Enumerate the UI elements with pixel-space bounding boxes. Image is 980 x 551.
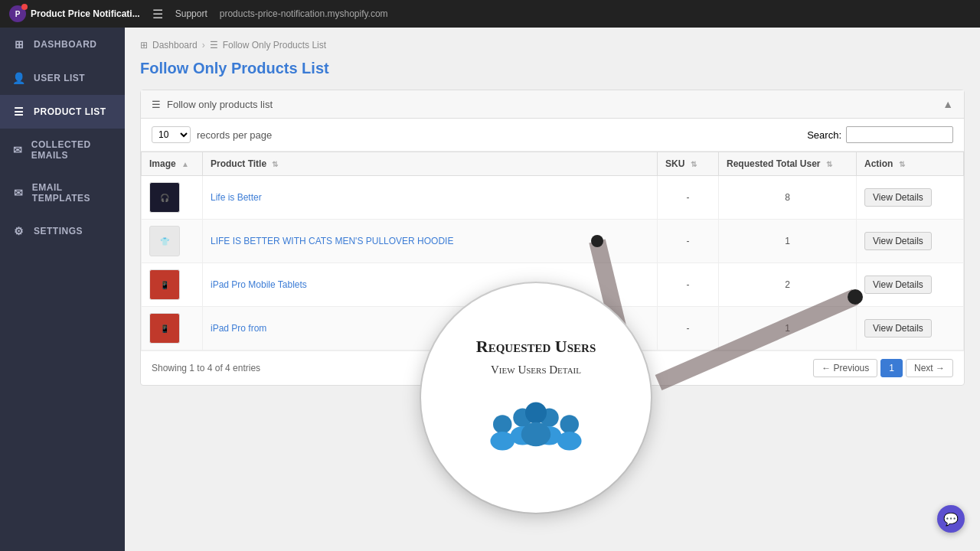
pagination: ← Previous 1 Next → — [813, 359, 953, 377]
col-action[interactable]: Action ⇅ — [857, 152, 964, 176]
app-name: Product Price Notificati... — [31, 8, 140, 19]
product-title-link[interactable]: iPad Pro from — [211, 323, 266, 334]
cell-product-title: iPad Pro from — [203, 307, 658, 350]
pagination-row: Showing 1 to 4 of 4 entries ← Previous 1… — [141, 350, 964, 385]
collected-emails-icon: ✉ — [12, 144, 24, 156]
cell-action: View Details — [857, 176, 964, 220]
sidebar-item-email-templates[interactable]: ✉ EMAIL TEMPLATES — [0, 171, 125, 214]
sidebar-item-collected-emails[interactable]: ✉ COLLECTED EMAILS — [0, 129, 125, 171]
topbar: P Product Price Notificati... ☰ Support … — [0, 0, 980, 28]
cell-image: 👕 — [142, 220, 203, 263]
chat-icon: 💬 — [943, 512, 959, 527]
next-button[interactable]: Next → — [906, 359, 953, 377]
cell-product-title: LIFE IS BETTER WITH CATS MEN'S PULLOVER … — [203, 220, 658, 263]
col-image[interactable]: Image ▲ — [142, 152, 203, 176]
records-select[interactable]: 10 25 50 100 — [152, 126, 191, 143]
sidebar-item-product-list[interactable]: ☰ PRODUCT LIST — [0, 95, 125, 129]
card-collapse-button[interactable]: ▲ — [942, 98, 953, 110]
controls-row: 10 25 50 100 records per page Search: — [141, 119, 964, 152]
cell-sku: - — [658, 307, 719, 350]
col-product-title[interactable]: Product Title ⇅ — [203, 152, 658, 176]
records-label: records per page — [197, 129, 272, 141]
card-header-label: Follow only products list — [167, 99, 273, 110]
breadcrumb-list-icon: ☰ — [210, 40, 218, 51]
menu-icon[interactable]: ☰ — [152, 7, 163, 21]
showing-text: Showing 1 to 4 of 4 entries — [152, 363, 260, 373]
cell-action: View Details — [857, 307, 964, 350]
sidebar-label-user-list: USER LIST — [34, 73, 85, 83]
products-card: ☰ Follow only products list ▲ 10 25 50 1… — [140, 90, 965, 386]
sidebar-label-settings: SETTINGS — [34, 226, 83, 236]
card-header-icon: ☰ — [152, 99, 161, 110]
records-per-page: 10 25 50 100 records per page — [152, 126, 272, 143]
sidebar-label-collected-emails: COLLECTED EMAILS — [31, 139, 113, 161]
product-image: 🎧 — [149, 182, 180, 213]
email-templates-icon: ✉ — [12, 187, 24, 199]
user-list-icon: 👤 — [12, 72, 26, 84]
table-row: 📱iPad Pro from-1View Details — [142, 307, 964, 350]
table-header-row: Image ▲ Product Title ⇅ SKU ⇅ Requeste — [142, 152, 964, 176]
cell-image: 📱 — [142, 307, 203, 350]
sidebar-item-user-list[interactable]: 👤 USER LIST — [0, 61, 125, 95]
support-link[interactable]: Support — [175, 8, 207, 19]
cell-requested-total-user: 1 — [719, 307, 857, 350]
table-row: 📱iPad Pro Mobile Tablets-2View Details — [142, 263, 964, 307]
cell-action: View Details — [857, 220, 964, 263]
table-body: 🎧Life is Better-8View Details👕LIFE IS BE… — [142, 176, 964, 350]
sort-icon-title: ⇅ — [272, 160, 278, 168]
cell-product-title: Life is Better — [203, 176, 658, 220]
sidebar-item-settings[interactable]: ⚙ SETTINGS — [0, 214, 125, 248]
table-row: 🎧Life is Better-8View Details — [142, 176, 964, 220]
view-details-button[interactable]: View Details — [864, 232, 932, 250]
store-url: products-price-notification.myshopify.co… — [220, 8, 388, 19]
content-area: ⊞ Dashboard › ☰ Follow Only Products Lis… — [125, 28, 980, 551]
cell-requested-total-user: 8 — [719, 176, 857, 220]
search-box: Search: — [807, 126, 953, 143]
product-title-link[interactable]: iPad Pro Mobile Tablets — [211, 279, 307, 290]
cell-product-title: iPad Pro Mobile Tablets — [203, 263, 658, 307]
sort-icon-image: ▲ — [181, 160, 189, 168]
sidebar: ⊞ DASHBOARD 👤 USER LIST ☰ PRODUCT LIST ✉… — [0, 28, 125, 551]
breadcrumb-home-icon: ⊞ — [140, 40, 148, 51]
cell-action: View Details — [857, 263, 964, 307]
page-1-button[interactable]: 1 — [880, 359, 903, 377]
product-title-link[interactable]: Life is Better — [211, 192, 262, 203]
cell-image: 🎧 — [142, 176, 203, 220]
sidebar-label-email-templates: EMAIL TEMPLATES — [32, 182, 113, 204]
card-header: ☰ Follow only products list ▲ — [141, 90, 964, 119]
product-image: 👕 — [149, 226, 180, 256]
view-details-button[interactable]: View Details — [864, 188, 932, 207]
app-logo: P Product Price Notificati... — [9, 5, 140, 22]
cell-sku: - — [658, 220, 719, 263]
sort-icon-total-user: ⇅ — [826, 160, 832, 168]
product-list-icon: ☰ — [12, 106, 26, 118]
view-details-button[interactable]: View Details — [864, 276, 932, 294]
breadcrumb-home-link[interactable]: Dashboard — [152, 40, 198, 51]
cell-requested-total-user: 1 — [719, 220, 857, 263]
prev-button[interactable]: ← Previous — [813, 359, 877, 377]
sidebar-label-dashboard: DASHBOARD — [34, 39, 97, 50]
main-layout: ⊞ DASHBOARD 👤 USER LIST ☰ PRODUCT LIST ✉… — [0, 28, 980, 551]
col-sku[interactable]: SKU ⇅ — [658, 152, 719, 176]
card-header-left: ☰ Follow only products list — [152, 99, 273, 110]
page-title: Follow Only Products List — [140, 60, 965, 77]
cell-requested-total-user: 2 — [719, 263, 857, 307]
settings-icon: ⚙ — [12, 225, 26, 237]
product-title-link[interactable]: LIFE IS BETTER WITH CATS MEN'S PULLOVER … — [211, 236, 453, 246]
cell-sku: - — [658, 176, 719, 220]
sidebar-item-dashboard[interactable]: ⊞ DASHBOARD — [0, 28, 125, 61]
search-label: Search: — [807, 129, 841, 141]
cell-image: 📱 — [142, 263, 203, 307]
logo-icon: P — [9, 5, 26, 22]
products-table: Image ▲ Product Title ⇅ SKU ⇅ Requeste — [141, 152, 964, 350]
sort-icon-action: ⇅ — [899, 160, 905, 168]
search-input[interactable] — [846, 126, 953, 143]
product-image: 📱 — [149, 269, 180, 300]
breadcrumb-current: Follow Only Products List — [223, 40, 326, 51]
chat-widget[interactable]: 💬 — [937, 505, 965, 533]
product-image: 📱 — [149, 313, 180, 344]
sidebar-label-product-list: PRODUCT LIST — [34, 106, 106, 117]
col-requested-total-user[interactable]: Requested Total User ⇅ — [719, 152, 857, 176]
table-row: 👕LIFE IS BETTER WITH CATS MEN'S PULLOVER… — [142, 220, 964, 263]
view-details-button[interactable]: View Details — [864, 319, 932, 337]
